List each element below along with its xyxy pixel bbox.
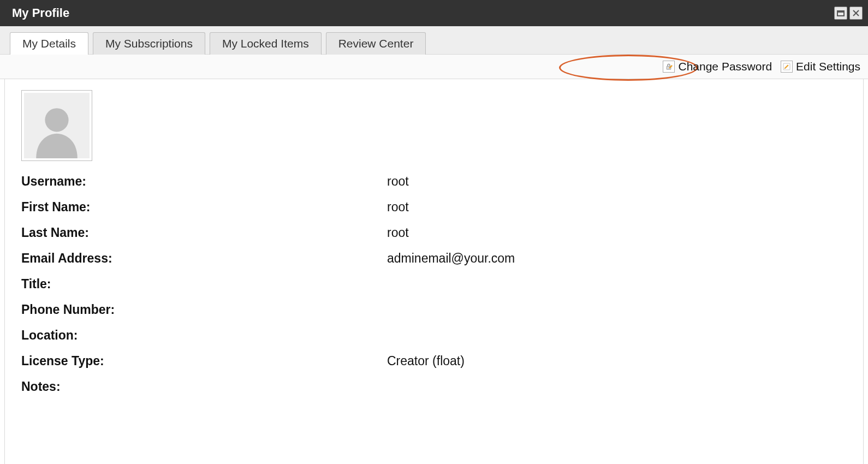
field-label: Last Name: bbox=[21, 225, 387, 240]
tab-label: My Locked Items bbox=[222, 37, 309, 50]
close-icon bbox=[852, 9, 860, 17]
field-label: License Type: bbox=[21, 354, 387, 368]
tab-label: Review Center bbox=[338, 37, 414, 50]
field-label: Location: bbox=[21, 328, 387, 343]
svg-point-6 bbox=[45, 108, 68, 132]
field-label: Notes: bbox=[21, 379, 387, 394]
tab-my-details[interactable]: My Details bbox=[10, 32, 88, 55]
field-last-name: Last Name: root bbox=[21, 225, 847, 240]
maximize-button[interactable] bbox=[834, 7, 847, 20]
field-first-name: First Name: root bbox=[21, 200, 847, 215]
close-button[interactable] bbox=[849, 7, 863, 20]
field-label: Phone Number: bbox=[21, 302, 387, 317]
tab-label: My Subscriptions bbox=[105, 37, 193, 50]
field-email-address: Email Address: adminemail@your.com bbox=[21, 251, 847, 266]
field-label: Email Address: bbox=[21, 251, 387, 266]
content-area: Username: root First Name: root Last Nam… bbox=[4, 79, 864, 464]
window-title: My Profile bbox=[12, 6, 834, 20]
field-license-type: License Type: Creator (float) bbox=[21, 354, 847, 368]
tab-label: My Details bbox=[22, 37, 76, 50]
change-password-label: Change Password bbox=[678, 60, 772, 73]
titlebar: My Profile bbox=[0, 0, 868, 26]
change-password-button[interactable]: Change Password bbox=[663, 60, 772, 73]
field-title: Title: bbox=[21, 277, 847, 292]
edit-settings-label: Edit Settings bbox=[796, 60, 860, 73]
field-notes: Notes: bbox=[21, 379, 847, 394]
field-value: root bbox=[387, 200, 409, 215]
edit-settings-button[interactable]: Edit Settings bbox=[781, 60, 860, 73]
field-username: Username: root bbox=[21, 174, 847, 189]
maximize-icon bbox=[836, 9, 845, 17]
field-phone-number: Phone Number: bbox=[21, 302, 847, 317]
window: My Profile My Details My Subscriptions M… bbox=[0, 0, 868, 464]
lock-edit-icon bbox=[663, 61, 675, 73]
avatar bbox=[21, 90, 92, 161]
tab-my-subscriptions[interactable]: My Subscriptions bbox=[93, 32, 205, 55]
field-location: Location: bbox=[21, 328, 847, 343]
tab-bar: My Details My Subscriptions My Locked It… bbox=[0, 26, 868, 55]
field-value: root bbox=[387, 225, 409, 240]
tab-my-locked-items[interactable]: My Locked Items bbox=[210, 32, 322, 55]
field-value: root bbox=[387, 174, 409, 189]
profile-panel: My Details My Subscriptions My Locked It… bbox=[0, 26, 868, 464]
field-label: Title: bbox=[21, 277, 387, 292]
pencil-edit-icon bbox=[781, 61, 793, 73]
tab-review-center[interactable]: Review Center bbox=[326, 32, 426, 55]
toolbar: Change Password Edit Settings bbox=[0, 55, 868, 79]
window-buttons bbox=[834, 7, 863, 20]
field-value: Creator (float) bbox=[387, 354, 465, 368]
field-label: Username: bbox=[21, 174, 387, 189]
person-silhouette-icon bbox=[24, 93, 90, 158]
field-value: adminemail@your.com bbox=[387, 251, 515, 266]
field-label: First Name: bbox=[21, 200, 387, 215]
